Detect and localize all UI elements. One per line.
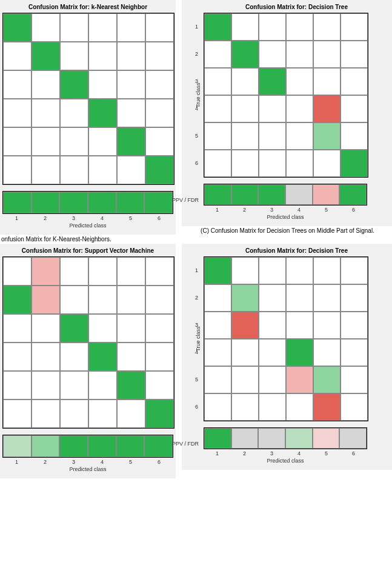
matrix-cell: [88, 400, 117, 428]
confusion-matrix: [204, 13, 368, 178]
x-tick: 1: [2, 459, 31, 465]
matrix-cell: [204, 13, 231, 41]
matrix-cell: [3, 42, 32, 70]
x-tick: 4: [285, 207, 313, 213]
matrix-cell: [60, 156, 88, 184]
matrix-cell: [88, 257, 117, 286]
matrix-cell: [60, 257, 88, 286]
grid-cell: Confusion Matrix for: Decision TreeTrue …: [182, 244, 392, 478]
matrix-cell: [313, 150, 341, 177]
matrix-cell: [259, 13, 286, 41]
matrix-cell: [341, 13, 368, 41]
matrix-cell: [32, 70, 60, 99]
y-tick: 5: [195, 376, 198, 383]
confusion-matrix-panel-knn: Confusion Matrix for: k-Nearest Neighbor…: [0, 0, 176, 235]
matrix-cell: [231, 68, 259, 95]
ppv-cell: [204, 184, 231, 205]
chart-title: Confusion Matrix for: Decision Tree: [204, 4, 390, 10]
x-axis-label: Predicted class: [2, 222, 173, 229]
x-axis-label: Predicted class: [204, 458, 367, 464]
y-axis-label: True class: [195, 82, 201, 107]
x-tick: 5: [116, 215, 145, 221]
matrix-cell: [231, 284, 259, 312]
matrix-cell: [259, 122, 286, 150]
matrix-cell: [60, 13, 88, 42]
ppv-fdr-row: [204, 427, 367, 449]
ppv-cell: [59, 435, 88, 457]
matrix-cell: [259, 150, 286, 177]
y-tick: 2: [195, 295, 198, 301]
x-axis-label: Predicted class: [2, 466, 173, 472]
ppv-cell: [116, 192, 145, 213]
matrix-cell: [88, 99, 117, 127]
confusion-matrix-panel-dt_mid: Confusion Matrix for: Decision TreeTrue …: [182, 0, 392, 226]
grid-cell: Confusion Matrix for: Support Vector Mac…: [0, 244, 176, 478]
matrix-cell: [313, 393, 341, 421]
matrix-cell: [145, 156, 174, 184]
matrix-cell: [286, 68, 313, 95]
ppv-cell: [313, 428, 340, 449]
matrix-cell: [286, 41, 313, 68]
matrix-cell: [117, 99, 145, 127]
y-tick: 3: [195, 322, 198, 328]
matrix-cell: [3, 371, 32, 400]
ppv-fdr-row: [2, 435, 173, 458]
x-tick: 3: [258, 450, 285, 456]
ppv-cell: [231, 428, 259, 449]
ppv-cell: [32, 192, 60, 213]
matrix-cell: [3, 127, 32, 156]
matrix-cell: [32, 13, 60, 42]
matrix-cell: [286, 122, 313, 150]
matrix-cell: [231, 393, 259, 421]
ppv-cell: [3, 435, 32, 457]
x-tick: 1: [204, 450, 231, 456]
confusion-matrix-panel-svm: Confusion Matrix for: Support Vector Mac…: [0, 244, 176, 478]
matrix-cell: [286, 13, 313, 41]
matrix-cell: [145, 286, 174, 314]
chart-title: Confusion Matrix for: k-Nearest Neighbor: [2, 4, 173, 10]
matrix-cell: [231, 257, 259, 284]
matrix-cell: [313, 122, 341, 150]
x-tick: 2: [31, 215, 59, 221]
matrix-cell: [204, 122, 231, 150]
matrix-cell: [204, 312, 231, 339]
matrix-cell: [32, 42, 60, 70]
matrix-cell: [60, 286, 88, 314]
x-tick: 6: [340, 207, 367, 213]
x-tick: 3: [59, 215, 88, 221]
matrix-cell: [313, 312, 341, 339]
x-tick: 1: [2, 215, 31, 221]
matrix-cell: [259, 393, 286, 421]
matrix-cell: [32, 400, 60, 428]
matrix-cell: [88, 314, 117, 343]
matrix-cell: [231, 95, 259, 122]
matrix-cell: [259, 284, 286, 312]
matrix-cell: [60, 400, 88, 428]
ppv-cell: [88, 435, 116, 457]
matrix-cell: [204, 150, 231, 177]
matrix-cell: [286, 393, 313, 421]
y-tick: 1: [195, 267, 198, 273]
matrix-cell: [60, 127, 88, 156]
matrix-cell: [313, 366, 341, 393]
grid-cell: Confusion Matrix for: Decision TreeTrue …: [182, 0, 392, 244]
matrix-cell: [341, 339, 368, 366]
confusion-matrix: [204, 256, 368, 421]
matrix-cell: [60, 314, 88, 343]
x-tick: 4: [285, 450, 313, 456]
matrix-cell: [32, 286, 60, 314]
ppv-cell: [339, 184, 367, 205]
matrix-cell: [286, 366, 313, 393]
matrix-cell: [88, 42, 117, 70]
x-axis-label: Predicted class: [204, 214, 367, 220]
matrix-cell: [313, 13, 341, 41]
matrix-cell: [341, 366, 368, 393]
y-tick: 5: [195, 133, 198, 139]
matrix-cell: [32, 99, 60, 127]
matrix-cell: [145, 314, 174, 343]
x-tick: 2: [231, 207, 258, 213]
x-tick: 6: [340, 450, 367, 456]
matrix-cell: [117, 257, 145, 286]
ppv-cell: [258, 184, 285, 205]
matrix-cell: [3, 314, 32, 343]
